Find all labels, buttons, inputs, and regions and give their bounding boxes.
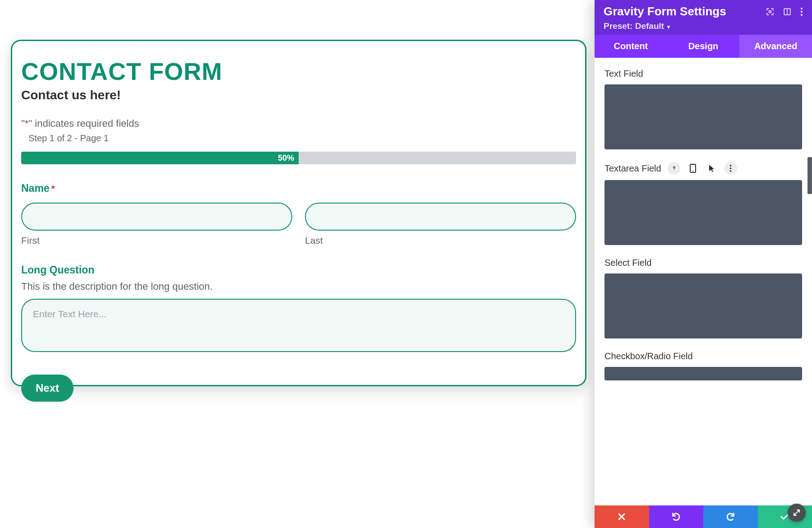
first-name-sublabel: First bbox=[21, 235, 292, 246]
long-question-input[interactable] bbox=[21, 299, 576, 352]
setting-label: Text Field bbox=[604, 69, 643, 79]
close-icon bbox=[618, 513, 626, 521]
progress-label: 50% bbox=[278, 153, 294, 163]
page-title: CONTACT FORM bbox=[21, 57, 576, 85]
svg-rect-0 bbox=[769, 10, 771, 13]
long-question-description: This is the description for the long que… bbox=[21, 281, 576, 292]
last-name-col: Last bbox=[305, 203, 576, 246]
required-fields-note: "*" indicates required fields bbox=[21, 118, 576, 130]
checkbox-field-code-block[interactable] bbox=[604, 367, 802, 380]
svg-point-11 bbox=[730, 170, 732, 172]
chevron-down-icon: ▼ bbox=[666, 24, 671, 30]
progress-fill: 50% bbox=[21, 152, 299, 164]
svg-point-6 bbox=[674, 170, 674, 171]
panel-body: Text Field Textarea Field bbox=[595, 58, 812, 505]
panel-header-icons bbox=[766, 7, 803, 16]
contact-form-card: CONTACT FORM Contact us here! "*" indica… bbox=[11, 40, 586, 386]
setting-label: Textarea Field bbox=[604, 163, 661, 174]
textarea-field-code-block[interactable] bbox=[604, 180, 802, 245]
panel-footer bbox=[595, 505, 812, 528]
setting-label: Checkbox/Radio Field bbox=[604, 351, 693, 361]
tab-advanced[interactable]: Advanced bbox=[739, 35, 812, 58]
redo-icon bbox=[725, 512, 735, 522]
undo-icon bbox=[671, 512, 681, 522]
setting-label: Select Field bbox=[604, 258, 652, 268]
more-vert-icon[interactable] bbox=[724, 162, 737, 175]
panel-title-row: Gravity Form Settings bbox=[604, 5, 803, 19]
expand-button[interactable] bbox=[788, 504, 806, 522]
name-row: First Last bbox=[21, 203, 576, 246]
text-field-code-block[interactable] bbox=[604, 84, 802, 149]
setting-select-field: Select Field bbox=[604, 258, 802, 338]
undo-button[interactable] bbox=[649, 505, 704, 528]
tab-design[interactable]: Design bbox=[667, 35, 740, 58]
progress-bar: 50% bbox=[21, 152, 576, 164]
svg-point-9 bbox=[730, 165, 732, 167]
setting-textarea-field: Textarea Field bbox=[604, 162, 802, 245]
svg-point-4 bbox=[801, 11, 803, 13]
fullscreen-icon[interactable] bbox=[766, 8, 774, 16]
last-name-sublabel: Last bbox=[305, 235, 576, 246]
redo-button[interactable] bbox=[703, 505, 758, 528]
help-icon[interactable] bbox=[668, 162, 680, 175]
setting-text-field: Text Field bbox=[604, 69, 802, 149]
panel-title: Gravity Form Settings bbox=[604, 5, 726, 19]
more-vert-icon[interactable] bbox=[800, 7, 803, 16]
expand-icon bbox=[793, 509, 801, 517]
next-button[interactable]: Next bbox=[21, 375, 74, 402]
tab-content[interactable]: Content bbox=[595, 35, 667, 58]
setting-checkbox-field: Checkbox/Radio Field bbox=[604, 351, 802, 380]
first-name-input[interactable] bbox=[21, 203, 292, 231]
long-question-label: Long Question bbox=[21, 264, 576, 276]
panel-tabs: Content Design Advanced bbox=[595, 35, 812, 58]
step-indicator: Step 1 of 2 - Page 1 bbox=[28, 133, 576, 144]
columns-icon[interactable] bbox=[783, 8, 791, 16]
name-field-label: Name* bbox=[21, 182, 576, 195]
svg-point-3 bbox=[801, 8, 803, 9]
svg-point-5 bbox=[801, 14, 803, 16]
settings-panel: Gravity Form Settings Preset: Default▼ C… bbox=[595, 0, 812, 528]
select-field-code-block[interactable] bbox=[604, 273, 802, 338]
cursor-icon[interactable] bbox=[706, 162, 718, 175]
page-subtitle: Contact us here! bbox=[21, 88, 576, 102]
svg-point-8 bbox=[692, 171, 693, 171]
panel-header: Gravity Form Settings Preset: Default▼ bbox=[595, 0, 812, 35]
last-name-input[interactable] bbox=[305, 203, 576, 231]
first-name-col: First bbox=[21, 203, 292, 246]
preset-dropdown[interactable]: Preset: Default▼ bbox=[604, 21, 803, 31]
svg-point-10 bbox=[730, 167, 732, 169]
svg-line-14 bbox=[794, 510, 799, 515]
cancel-button[interactable] bbox=[595, 505, 649, 528]
mobile-icon[interactable] bbox=[687, 162, 699, 175]
scrollbar-thumb[interactable] bbox=[807, 157, 812, 194]
